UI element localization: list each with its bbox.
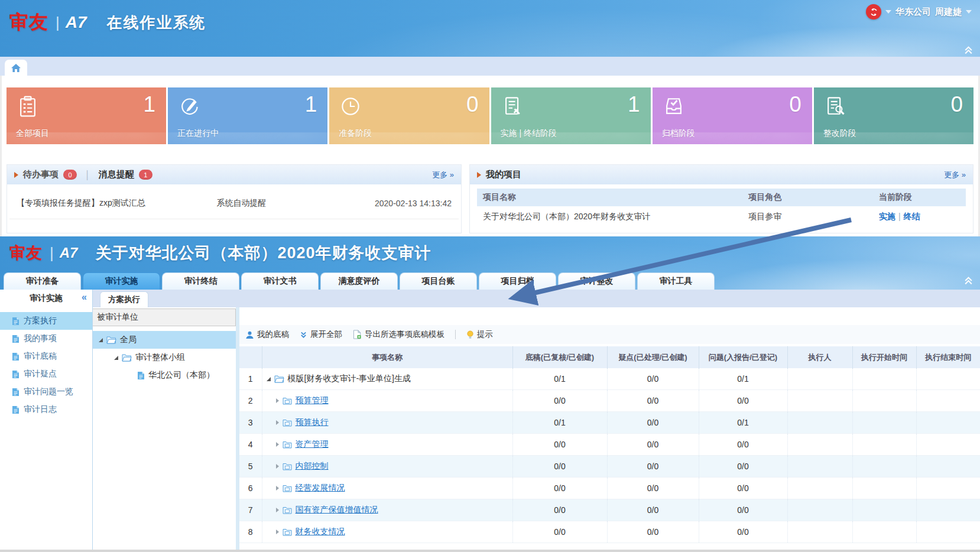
- brand-divider: |: [50, 244, 54, 262]
- todo-more-link[interactable]: 更多 »: [432, 170, 454, 180]
- matter-link[interactable]: 资产管理: [296, 439, 329, 450]
- main-tab-7[interactable]: 项目归档: [479, 272, 556, 290]
- draft-count: 0/0: [512, 456, 607, 478]
- folder-icon: [283, 418, 292, 427]
- main-tab-3[interactable]: 审计终结: [162, 272, 239, 290]
- tree-expander-icon[interactable]: [99, 338, 103, 342]
- system-title: 在线作业系统: [107, 12, 206, 33]
- sidebar-items: 方案执行我的事项审计底稿审计疑点审计问题一览审计日志: [0, 312, 92, 418]
- matter-link[interactable]: 预算执行: [296, 417, 329, 428]
- row-expander-icon[interactable]: [276, 464, 279, 469]
- sidebar-title: 审计实施: [30, 293, 63, 304]
- row-expander-icon[interactable]: [276, 442, 279, 447]
- main-tab-1[interactable]: 审计准备: [4, 272, 81, 290]
- tree-node-3[interactable]: 华北公司（本部）: [93, 366, 236, 384]
- sidebar-item-2[interactable]: 我的事项: [0, 330, 92, 348]
- matter-link[interactable]: 预算管理: [296, 395, 329, 406]
- folder-open-icon: [106, 336, 116, 344]
- table-row[interactable]: 3预算执行0/10/00/1: [239, 412, 980, 434]
- project-header-collapse-button[interactable]: [964, 276, 973, 285]
- stat-label: 整改阶段: [823, 128, 856, 139]
- stat-value: 1: [144, 92, 156, 117]
- matters-table-header-row: 事项名称底稿(已复核/已创建)疑点(已处理/已创建)问题(入报告/已登记)执行人…: [239, 346, 980, 368]
- matter-root-label: 模版[财务收支审计-事业单位]生成: [288, 374, 411, 384]
- row-expander-icon[interactable]: [276, 508, 279, 512]
- project-role: 项目参审: [748, 212, 879, 222]
- sidebar-item-1[interactable]: 方案执行: [0, 312, 92, 330]
- matter-link[interactable]: 经营发展情况: [296, 483, 345, 493]
- tree-expander-icon[interactable]: [114, 356, 118, 360]
- stat-card-2[interactable]: 1正在进行中: [168, 87, 327, 144]
- main-tab-8[interactable]: 审计整改: [558, 272, 635, 290]
- stat-card-5[interactable]: 0归档阶段: [653, 87, 812, 144]
- toolbar-button-1[interactable]: 我的底稿: [245, 329, 289, 340]
- project-row[interactable]: 关于对华北公司（本部）2020年财务收支审计 项目参审 实施|终结: [477, 206, 966, 228]
- table-row[interactable]: 6经营发展情况0/00/00/0: [239, 478, 980, 499]
- end-time-cell: [916, 478, 980, 499]
- table-row[interactable]: 1模版[财务收支审计-事业单位]生成0/10/00/1: [239, 368, 980, 390]
- draft-count: 0/1: [512, 412, 607, 434]
- matter-link[interactable]: 财务收支情况: [296, 527, 345, 537]
- panel-marker-icon: [14, 172, 18, 178]
- user-dropdown-caret[interactable]: [966, 10, 972, 14]
- export-doc-icon: [353, 330, 362, 339]
- tab-plan-execution[interactable]: 方案执行: [100, 291, 148, 307]
- table-column-header-4: 问题(入报告/已登记): [699, 346, 787, 368]
- horizontal-scrollbar[interactable]: [0, 550, 980, 552]
- sidebar-item-6[interactable]: 审计日志: [0, 401, 92, 418]
- executor-cell: [787, 434, 852, 456]
- row-expander-icon[interactable]: [276, 486, 279, 491]
- table-row[interactable]: 4资产管理0/00/00/0: [239, 434, 980, 456]
- main-tab-5[interactable]: 满意度评价: [320, 272, 398, 290]
- tab-todo-items[interactable]: 待办事项: [23, 169, 59, 180]
- toolbar-button-3[interactable]: 导出所选事项底稿模板: [353, 329, 444, 340]
- stage-link-2[interactable]: 终结: [904, 212, 920, 221]
- tree-node-1[interactable]: 全局: [93, 331, 236, 349]
- app-window: 审友 | A7 在线作业系统 华东公司 周建婕: [0, 0, 980, 552]
- dashboard-panels: 待办事项 0 │ 消息提醒 1 更多 » 【专项填报任务提醒】zxp测试汇总 系…: [7, 164, 973, 233]
- stat-card-4[interactable]: 1实施 | 终结阶段: [491, 87, 651, 144]
- toolbar-button-2[interactable]: 展开全部: [300, 329, 342, 340]
- tree-node-2[interactable]: 审计整体小组: [93, 349, 236, 366]
- row-expander-icon[interactable]: [276, 530, 279, 534]
- sidebar-item-5[interactable]: 审计问题一览: [0, 383, 92, 401]
- refresh-button[interactable]: [866, 4, 881, 20]
- stat-card-6[interactable]: 0整改阶段: [814, 87, 973, 144]
- table-row[interactable]: 7国有资产保值增值情况0/00/00/0: [239, 499, 980, 521]
- sidebar-item-4[interactable]: 审计疑点: [0, 365, 92, 383]
- projects-more-link[interactable]: 更多 »: [944, 170, 966, 180]
- doc-icon: [12, 370, 20, 379]
- sidebar-collapse-button[interactable]: «: [82, 292, 87, 303]
- table-row[interactable]: 5内部控制0/00/00/0: [239, 456, 980, 478]
- folder-icon: [283, 528, 292, 536]
- matter-link[interactable]: 内部控制: [296, 461, 329, 472]
- sidebar-item-3[interactable]: 审计底稿: [0, 348, 92, 365]
- toolbar-button-4[interactable]: 提示: [466, 329, 493, 340]
- main-tab-9[interactable]: 审计工具: [637, 272, 715, 290]
- stat-card-1[interactable]: 1全部项目: [7, 87, 166, 144]
- row-expander-icon[interactable]: [276, 420, 279, 425]
- todo-panel: 待办事项 0 │ 消息提醒 1 更多 » 【专项填报任务提醒】zxp测试汇总 系…: [7, 164, 462, 233]
- sidebar-header: 审计实施 «: [0, 290, 92, 307]
- stat-card-3[interactable]: 0准备阶段: [329, 87, 489, 144]
- stage-link-1[interactable]: 实施: [879, 212, 895, 221]
- draft-count: 0/0: [512, 499, 607, 521]
- refresh-dropdown-caret[interactable]: [885, 10, 891, 14]
- home-tab[interactable]: [5, 60, 27, 76]
- table-row[interactable]: 2预算管理0/00/00/0: [239, 390, 980, 412]
- project-header: 审友 | A7 关于对华北公司（本部）2020年财务收支审计 审计准备审计实施审…: [0, 236, 980, 290]
- main-tab-6[interactable]: 项目台账: [400, 272, 477, 290]
- header-collapse-button[interactable]: [964, 46, 973, 54]
- message-list-item[interactable]: 【专项填报任务提醒】zxp测试汇总 系统自动提醒 2020-02-13 14:1…: [9, 188, 459, 219]
- archive-check-icon: [662, 95, 686, 118]
- matter-link[interactable]: 国有资产保值增值情况: [296, 505, 378, 515]
- doubt-count: 0/0: [607, 434, 699, 456]
- table-row[interactable]: 8财务收支情况0/00/00/0: [239, 521, 980, 543]
- tab-message-reminders[interactable]: 消息提醒: [99, 169, 134, 180]
- row-expander-icon[interactable]: [267, 377, 271, 381]
- user-name[interactable]: 周建婕: [935, 7, 962, 18]
- matter-name-cell: 国有资产保值增值情况: [262, 499, 512, 521]
- row-expander-icon[interactable]: [276, 398, 279, 403]
- main-tab-4[interactable]: 审计文书: [241, 272, 319, 290]
- main-tab-2[interactable]: 审计实施: [83, 272, 160, 290]
